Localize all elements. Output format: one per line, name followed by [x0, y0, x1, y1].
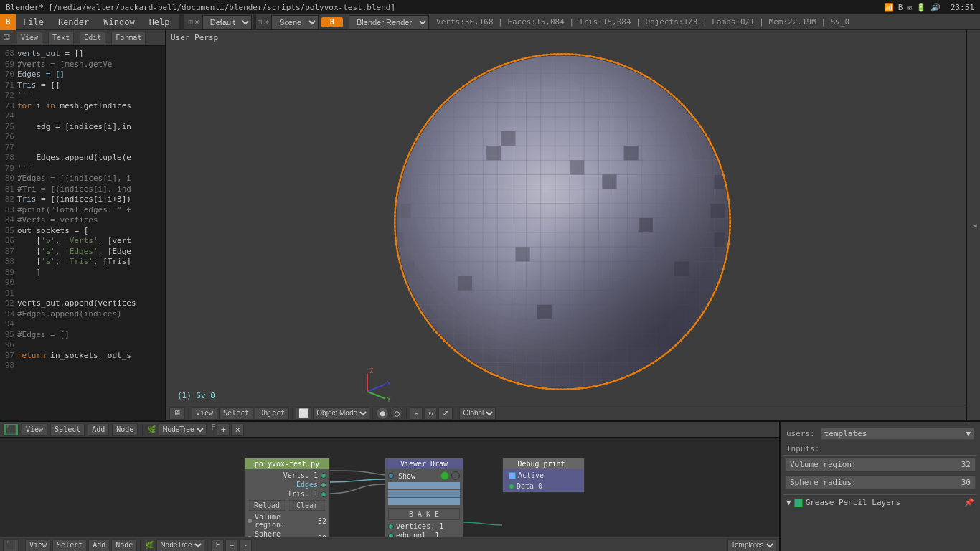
verts-socket[interactable] [321, 473, 326, 479]
viewport-bottom-bar: 🖥 View Select Object ⬜ Object Mode ● ○ [166, 405, 966, 420]
transform-orientation-select[interactable]: Global [459, 407, 496, 420]
node-view-btn[interactable]: View [22, 423, 47, 436]
volume-region-field[interactable]: Volume region: 32 [785, 458, 976, 471]
node-bottom-view[interactable]: View [25, 539, 51, 552]
titlebar: Blender* [/media/walter/packard-bell/doc… [0, 0, 980, 14]
node-bottom-select[interactable]: Select [52, 539, 87, 552]
svg-rect-48 [486, 146, 501, 160]
bake-btn[interactable]: B A K E [388, 508, 460, 520]
tris-socket[interactable] [321, 491, 326, 497]
code-view-btn[interactable]: View [17, 32, 42, 44]
reload-btn[interactable]: Reload [248, 500, 286, 511]
users-row: users: templates ▼ [783, 425, 977, 443]
object-btn[interactable]: Object [255, 407, 289, 420]
viewer-show-toggle-off[interactable] [451, 471, 460, 480]
sphere-radius-field[interactable]: Sphere radius: 30 [785, 476, 976, 489]
code-text-btn[interactable]: Text [48, 32, 74, 44]
viewport-label: User Persp [171, 33, 218, 42]
grease-pencil-pin: 📌 [964, 498, 974, 507]
sphere-radius-prop: Sphere radius: 30 [783, 476, 977, 489]
node-select-btn[interactable]: Select [50, 423, 85, 436]
bluetooth-icon: B [898, 3, 903, 12]
node-tree-prev[interactable]: F [211, 423, 215, 436]
main-layout: 🖫 View Text Edit Format 6869707172 73747… [0, 30, 980, 551]
svg-text:X: X [387, 380, 391, 387]
node-tree-type-bottom[interactable]: NodeTree [156, 539, 204, 552]
polyvox-buttons: Reload Clear [245, 499, 329, 512]
debug-node-header: Debug print. [503, 458, 584, 469]
node-add-btn[interactable]: Add [88, 423, 109, 436]
node-add-tree-btn[interactable]: + [217, 423, 230, 436]
node-editor-canvas[interactable]: polyvox-test.py Verts. 1 Edges Tris. 1 [0, 438, 779, 551]
code-view-icon: 🖫 [3, 33, 11, 42]
menubar: B File Render Window Help ⊞ × Default ⊞ … [0, 14, 980, 30]
polyvox-node-header: polyvox-test.py [245, 458, 329, 469]
grease-pencil-header: ▼ Grease Pencil Layers 📌 [783, 494, 977, 509]
object-mode-select[interactable]: Object Mode [313, 407, 369, 420]
debug-node[interactable]: Debug print. Active Data 0 [502, 458, 585, 493]
users-dropdown[interactable]: templates ▼ [821, 428, 974, 440]
view-btn[interactable]: View [192, 407, 217, 420]
node-bottom-node[interactable]: Node [111, 539, 137, 552]
sphere-radius-prop-value: 30 [961, 478, 971, 487]
viewer-input-socket[interactable] [388, 473, 394, 479]
node-editor-type-icon: ⬛ [3, 539, 19, 552]
menu-window[interactable]: Window [96, 14, 141, 30]
templates-selector[interactable]: Templates [727, 539, 776, 552]
node-close-tree-btn[interactable]: × [231, 423, 244, 436]
node-editor-bottom-bar: ⬛ View Select Add Node 🌿 NodeTree F + [0, 537, 779, 551]
shading-buttons: ● ○ [376, 407, 403, 420]
sphere-radius-prop-label: Sphere radius: [790, 478, 857, 487]
workspace-selector[interactable]: Default [202, 15, 252, 29]
render-engine-selector[interactable]: Blender Render [349, 15, 429, 29]
grease-pencil-checkbox[interactable] [794, 499, 803, 507]
code-content: 6869707172 7374757677 7879808182 8384858… [0, 46, 165, 420]
debug-data-socket[interactable] [509, 484, 514, 489]
node-nav-btns: + - [225, 539, 252, 552]
clock: 23:51 [951, 3, 974, 12]
volume-region-prop-label: Volume region: [790, 460, 857, 469]
viewport-icon-btn[interactable]: 🖥 [169, 407, 185, 420]
node-zoom-out[interactable]: - [239, 539, 252, 552]
voxel-sphere-display: X Y Z [166, 30, 966, 420]
viewer-node[interactable]: Viewer Draw Show [385, 458, 463, 542]
scale-btn[interactable]: ⤢ [438, 407, 453, 420]
panel-toggle-icon[interactable]: ◀ [971, 222, 979, 229]
node-editor-toolbar: ⬛ View Select Add Node 🌿 NodeTree F + × [0, 422, 779, 438]
email-icon: ✉ [907, 3, 912, 12]
menu-file[interactable]: File [16, 14, 51, 30]
svg-text:Z: Z [369, 367, 374, 375]
polyvox-node[interactable]: polyvox-test.py Verts. 1 Edges Tris. 1 [244, 458, 330, 549]
vertices-socket[interactable] [388, 524, 394, 529]
debug-active-checkbox[interactable] [509, 472, 516, 479]
clear-btn[interactable]: Clear [288, 500, 326, 511]
edges-socket[interactable] [321, 482, 326, 488]
dropdown-arrow: ▼ [966, 429, 971, 438]
menu-render[interactable]: Render [51, 14, 96, 30]
code-edit-btn[interactable]: Edit [80, 32, 105, 44]
node-zoom-btns[interactable]: + [225, 539, 238, 552]
node-bottom-add[interactable]: Add [88, 539, 110, 552]
edges-output: Edges [245, 480, 329, 489]
templates-label[interactable]: Templates [727, 539, 776, 552]
wireframe-btn[interactable]: ○ [390, 407, 403, 420]
color-bar-3 [388, 498, 460, 505]
viewport-tools: ↔ ↻ ⤢ [410, 407, 453, 420]
rotate-btn[interactable]: ↻ [424, 407, 437, 420]
node-node-btn[interactable]: Node [112, 423, 138, 436]
viewer-show-toggle-on[interactable] [440, 471, 449, 480]
upper-section: 🖫 View Text Edit Format 6869707172 73747… [0, 30, 980, 420]
battery-icon: 🔋 [916, 3, 926, 12]
code-format-btn[interactable]: Format [111, 32, 146, 44]
viewport-3d[interactable]: User Persp [166, 30, 966, 420]
select-btn[interactable]: Select [219, 407, 253, 420]
manip-btn[interactable]: ↔ [410, 407, 423, 420]
titlebar-icons: 📶 B ✉ 🔋 🔊 23:51 [884, 3, 974, 12]
scene-selector[interactable]: Scene [271, 15, 319, 29]
node-f-btn[interactable]: F [211, 539, 224, 552]
menu-help[interactable]: Help [142, 14, 177, 30]
node-tree-select[interactable]: NodeTree [159, 423, 207, 436]
solid-shade-btn[interactable]: ● [376, 407, 389, 420]
users-label: users: [786, 429, 815, 438]
grease-pencil-arrow[interactable]: ▼ [786, 498, 791, 507]
